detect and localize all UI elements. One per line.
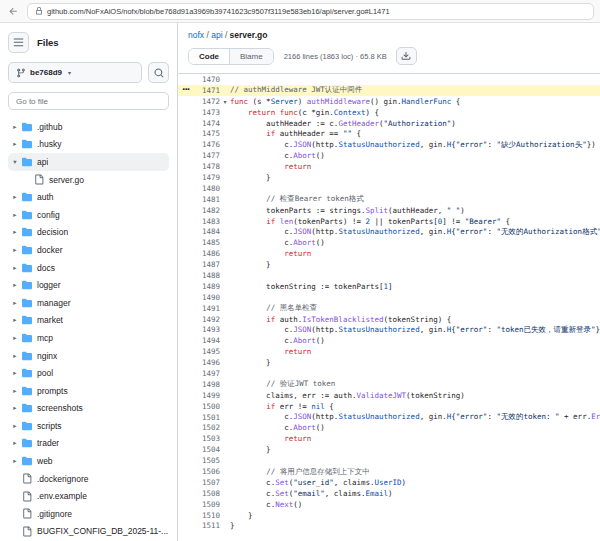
tree-item-mcp[interactable]: ▸mcp: [8, 329, 169, 347]
line-number[interactable]: 1511: [178, 521, 220, 530]
tree-item-docker[interactable]: ▸docker: [8, 241, 169, 259]
chevron-right-icon[interactable]: ▸: [10, 211, 20, 219]
chevron-right-icon[interactable]: ▸: [10, 422, 20, 430]
tree-item-.env.example[interactable]: .env.example: [8, 487, 169, 505]
line-number[interactable]: 1476: [178, 140, 220, 149]
line-number[interactable]: 1506: [178, 467, 220, 476]
line-number[interactable]: 1473: [178, 108, 220, 117]
tree-item-scripts[interactable]: ▸scripts: [8, 417, 169, 435]
address-bar[interactable]: github.com/NoFxAiOS/nofx/blob/be768d91a3…: [27, 3, 594, 20]
tree-item-nginx[interactable]: ▸nginx: [8, 347, 169, 365]
chevron-right-icon[interactable]: ▸: [10, 334, 20, 342]
line-number[interactable]: 1507: [178, 478, 220, 487]
line-number[interactable]: 1478: [178, 162, 220, 171]
tree-item-trader[interactable]: ▸trader: [8, 435, 169, 453]
line-number[interactable]: 1483: [178, 217, 220, 226]
tree-item-docs[interactable]: ▸docs: [8, 259, 169, 277]
tree-item-logger[interactable]: ▸logger: [8, 276, 169, 294]
tree-item-decision[interactable]: ▸decision: [8, 224, 169, 242]
line-number[interactable]: 1504: [178, 445, 220, 454]
chevron-right-icon[interactable]: ▸: [10, 123, 20, 131]
line-number[interactable]: 1496: [178, 358, 220, 367]
line-number[interactable]: 1502: [178, 423, 220, 432]
line-number[interactable]: 1470: [178, 75, 220, 84]
line-number[interactable]: 1487: [178, 260, 220, 269]
chevron-right-icon[interactable]: ▸: [10, 352, 20, 360]
line-number[interactable]: 1477: [178, 151, 220, 160]
tree-item-screenshots[interactable]: ▸screenshots: [8, 400, 169, 418]
chevron-right-icon[interactable]: ▸: [10, 228, 20, 236]
line-number[interactable]: 1494: [178, 336, 220, 345]
line-number[interactable]: 1491: [178, 304, 220, 313]
chevron-down-icon[interactable]: ▾: [10, 158, 20, 166]
line-number[interactable]: 1500: [178, 402, 220, 411]
tree-item-market[interactable]: ▸market: [8, 312, 169, 330]
tab-blame[interactable]: Blame: [229, 49, 273, 64]
tree-item-.husky[interactable]: ▸.husky: [8, 136, 169, 154]
line-number[interactable]: 1479: [178, 173, 220, 182]
tab-code[interactable]: Code: [189, 49, 229, 64]
breadcrumb-link-api[interactable]: api: [211, 30, 222, 40]
line-number[interactable]: 1489: [178, 282, 220, 291]
branch-selector[interactable]: be768d9 ▾: [8, 62, 142, 83]
tree-item-prompts[interactable]: ▸prompts: [8, 382, 169, 400]
line-number[interactable]: 1497: [178, 369, 220, 378]
chevron-right-icon[interactable]: ▸: [10, 299, 20, 307]
code-line-1485: 1485 c.Abort(): [178, 237, 600, 248]
back-button[interactable]: [6, 4, 20, 18]
line-number[interactable]: 1485: [178, 238, 220, 247]
line-number[interactable]: 1482: [178, 206, 220, 215]
chevron-right-icon[interactable]: ▸: [10, 369, 20, 377]
chevron-right-icon[interactable]: ▸: [10, 246, 20, 254]
fold-toggle-icon[interactable]: ▾: [220, 98, 230, 105]
tree-item-.dockerignore[interactable]: .dockerignore: [8, 470, 169, 488]
line-number[interactable]: 1492: [178, 315, 220, 324]
line-number[interactable]: 1495: [178, 347, 220, 356]
code-line-1506: 1506 // 将用户信息存储到上下文中: [178, 466, 600, 477]
chevron-right-icon[interactable]: ▸: [10, 264, 20, 272]
line-number[interactable]: 1499: [178, 391, 220, 400]
line-number[interactable]: 1474: [178, 119, 220, 128]
chevron-right-icon[interactable]: ▸: [10, 387, 20, 395]
chevron-right-icon[interactable]: ▸: [10, 439, 20, 447]
tree-item-server.go[interactable]: server.go: [8, 171, 169, 189]
line-number[interactable]: 1493: [178, 325, 220, 334]
tree-item-BUGFIX_CONFIG_DB_2025-11-...[interactable]: BUGFIX_CONFIG_DB_2025-11-...: [8, 523, 169, 541]
tree-item-.gitignore[interactable]: .gitignore: [8, 505, 169, 523]
breadcrumb-link-nofx[interactable]: nofx: [188, 30, 204, 40]
chevron-right-icon[interactable]: ▸: [10, 193, 20, 201]
tree-item-web[interactable]: ▸web: [8, 452, 169, 470]
tree-item-manager[interactable]: ▸manager: [8, 294, 169, 312]
line-number[interactable]: 1481: [178, 195, 220, 204]
download-raw-button[interactable]: [396, 47, 417, 65]
line-number[interactable]: 1475: [178, 129, 220, 138]
tree-item-.github[interactable]: ▸.github: [8, 118, 169, 136]
line-number[interactable]: 1510: [178, 511, 220, 520]
code-line-1479: 1479 }: [178, 172, 600, 183]
line-number[interactable]: 1503: [178, 434, 220, 443]
chevron-right-icon[interactable]: ▸: [10, 404, 20, 412]
line-menu-button[interactable]: ···: [182, 84, 189, 94]
search-files-button[interactable]: [148, 62, 169, 83]
line-number[interactable]: 1490: [178, 293, 220, 302]
tree-item-auth[interactable]: ▸auth: [8, 188, 169, 206]
line-number[interactable]: 1480: [178, 184, 220, 193]
line-number[interactable]: 1508: [178, 489, 220, 498]
chevron-right-icon[interactable]: ▸: [10, 140, 20, 148]
chevron-right-icon[interactable]: ▸: [10, 281, 20, 289]
line-number[interactable]: 1486: [178, 249, 220, 258]
chevron-right-icon[interactable]: ▸: [10, 457, 20, 465]
line-number[interactable]: 1498: [178, 380, 220, 389]
line-number[interactable]: 1509: [178, 500, 220, 509]
line-number[interactable]: 1484: [178, 227, 220, 236]
tree-item-config[interactable]: ▸config: [8, 206, 169, 224]
line-number[interactable]: 1501: [178, 413, 220, 422]
go-to-file-input[interactable]: [8, 92, 169, 110]
line-number[interactable]: 1488: [178, 271, 220, 280]
line-number[interactable]: 1505: [178, 456, 220, 465]
line-number[interactable]: 1472: [178, 97, 220, 106]
collapse-sidebar-button[interactable]: [8, 32, 29, 53]
chevron-right-icon[interactable]: ▸: [10, 316, 20, 324]
tree-item-api[interactable]: ▾api: [8, 153, 169, 171]
tree-item-pool[interactable]: ▸pool: [8, 364, 169, 382]
